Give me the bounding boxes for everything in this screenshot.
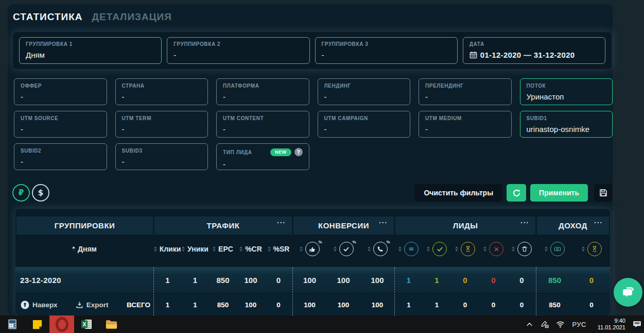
grouping-2-select[interactable]: ГРУППИРОВКА 2 - [167, 37, 309, 64]
pen-input-icon[interactable] [540, 321, 549, 328]
chat-bubble-icon [620, 285, 636, 300]
col-group-by: Дням [15, 245, 153, 253]
row-conv-2: 100 [326, 276, 360, 285]
date-range-select[interactable]: ДАТА 01-12-2020 — 31-12-2020 [463, 37, 605, 64]
sort-leads-rejected[interactable] [483, 246, 486, 252]
currency-usd-toggle[interactable]: $ [32, 184, 49, 202]
filter-utm-term[interactable]: UTM TERM - [115, 111, 208, 138]
leads-menu-button[interactable]: ··· [520, 219, 529, 227]
sort-income-hold[interactable] [582, 246, 585, 252]
chat-widget-button[interactable] [614, 278, 642, 307]
row-leads-approved: 1 [423, 276, 451, 285]
clear-filters-button[interactable]: Очистить фильтры [414, 184, 502, 202]
sort-leads-pending[interactable] [455, 246, 458, 252]
filter-utm-medium-value: - [425, 125, 505, 134]
filter-offer[interactable]: ОФФЕР - [14, 78, 107, 105]
tab-detail[interactable]: ДЕТАЛИЗАЦИЯ [92, 11, 172, 23]
sort-income-approved[interactable] [545, 246, 548, 252]
filter-prelanding[interactable]: ПРЕЛЕНДИНГ - [419, 78, 512, 105]
scroll-top-label: Наверх [32, 301, 57, 309]
refresh-button[interactable] [507, 184, 526, 202]
sticky-notes-icon[interactable] [25, 315, 49, 333]
filter-prelanding-label: ПРЕЛЕНДИНГ [425, 83, 505, 89]
filter-platform[interactable]: ПЛАТФОРМА - [216, 78, 309, 105]
sort-leads-trash[interactable] [512, 246, 515, 252]
grouping-1-select[interactable]: ГРУППИРОВКА 1 Дням [19, 37, 162, 64]
income-menu-button[interactable]: ··· [594, 219, 603, 227]
sort-cr[interactable] [239, 246, 242, 252]
help-icon[interactable]: ? [294, 148, 303, 156]
filter-utm-campaign[interactable]: UTM CAMPAIGN - [318, 111, 411, 138]
filter-utm-content[interactable]: UTM CONTENT - [216, 111, 309, 138]
col-leads-pending [451, 242, 479, 256]
filter-subid3[interactable]: SUBID3 - [115, 143, 208, 170]
filter-offer-label: ОФФЕР [21, 83, 100, 89]
filters-grid: ОФФЕР - СТРАНА - ПЛАТФОРМА - ЛЕНДИНГ - П… [14, 78, 613, 170]
col-conv-check: % [326, 242, 360, 256]
sort-leads-total[interactable] [398, 246, 402, 252]
calculator-icon[interactable] [0, 315, 25, 333]
filter-utm-medium[interactable]: UTM MEDIUM - [419, 111, 512, 138]
excel-icon[interactable]: X [74, 315, 99, 333]
file-explorer-icon[interactable] [99, 315, 124, 333]
col-leads-trash [508, 242, 536, 256]
taskbar-clock[interactable]: 9:40 11.01.2021 [594, 318, 625, 331]
filter-country-value: - [122, 92, 202, 101]
row-leads-total: 1 [394, 267, 423, 293]
filter-subid1[interactable]: SUBID1 urinastop-osnimke [520, 111, 613, 138]
tray-chevron-up-icon[interactable] [526, 322, 533, 327]
wifi-icon[interactable] [556, 321, 565, 328]
col-epc: EPC [209, 245, 237, 253]
save-report-button[interactable] [594, 184, 613, 202]
sort-conv-thumbs[interactable] [300, 246, 303, 252]
apply-button[interactable]: Применить [530, 184, 588, 202]
sort-conv-phone[interactable] [368, 246, 371, 252]
traffic-menu-button[interactable]: ··· [277, 219, 286, 227]
col-conv-thumbs: % [292, 242, 326, 256]
row-sr: 0 [265, 276, 292, 285]
grouping-3-value: - [322, 51, 451, 59]
filter-landing-value: - [324, 92, 404, 101]
table-footer: Наверх Export ВСЕГО 1 1 850 100 0 [15, 294, 610, 315]
filter-subid2[interactable]: SUBID2 - [14, 143, 107, 170]
export-button[interactable]: Export [76, 301, 109, 309]
tab-statistics[interactable]: СТАТИСТИКА [13, 11, 83, 23]
filter-country[interactable]: СТРАНА - [115, 78, 208, 105]
sort-leads-approved[interactable] [427, 246, 430, 252]
total-conv-2: 100 [326, 301, 360, 309]
notification-center-icon[interactable] [633, 320, 642, 329]
opera-icon[interactable] [49, 315, 74, 333]
grouping-2-value: - [173, 51, 303, 59]
filter-country-label: СТРАНА [122, 83, 202, 89]
filter-lead-type[interactable]: ТИП ЛИДА NEW ? - [216, 143, 309, 170]
grouping-3-select[interactable]: ГРУППИРОВКА 3 - [315, 37, 458, 64]
total-uniques: 1 [181, 301, 209, 309]
row-date: 23-12-2020 [15, 276, 153, 285]
group-groupings-label: ГРУППИРОВКИ [55, 221, 115, 230]
filter-utm-source[interactable]: UTM SOURCE - [14, 111, 107, 138]
filter-utm-campaign-value: - [324, 125, 404, 134]
table-row[interactable]: 23-12-2020 1 1 850 100 0 100 100 100 1 1… [15, 267, 610, 293]
date-value: 01-12-2020 — 31-12-2020 [480, 51, 575, 59]
sort-clicks[interactable] [154, 246, 157, 252]
filter-lead-type-label: ТИП ЛИДА [223, 149, 267, 155]
sort-sr[interactable] [268, 246, 271, 252]
sort-epc[interactable] [213, 246, 216, 252]
currency-rub-toggle[interactable]: ₽ [12, 184, 30, 202]
conversions-menu-button[interactable]: ··· [379, 219, 388, 227]
page-tabs: СТАТИСТИКА ДЕТАЛИЗАЦИЯ [13, 11, 172, 23]
col-clicks-label: Клики [160, 245, 181, 253]
filter-prelanding-value: - [425, 92, 505, 101]
sort-uniques[interactable] [182, 246, 185, 252]
date-label: ДАТА [469, 41, 599, 47]
col-leads-total [394, 242, 423, 256]
language-indicator[interactable]: РУС [572, 321, 586, 328]
row-leads-pending: 0 [451, 276, 479, 285]
scroll-top-button[interactable]: Наверх [21, 301, 57, 309]
sort-conv-check[interactable] [334, 246, 337, 252]
filter-landing[interactable]: ЛЕНДИНГ - [318, 78, 411, 105]
filter-stream[interactable]: ПОТОК Уринастоп [520, 78, 613, 105]
group-conversions-label: КОНВЕРСИИ [318, 221, 369, 230]
sort-group-by[interactable] [72, 246, 75, 252]
check-icon [432, 242, 447, 256]
